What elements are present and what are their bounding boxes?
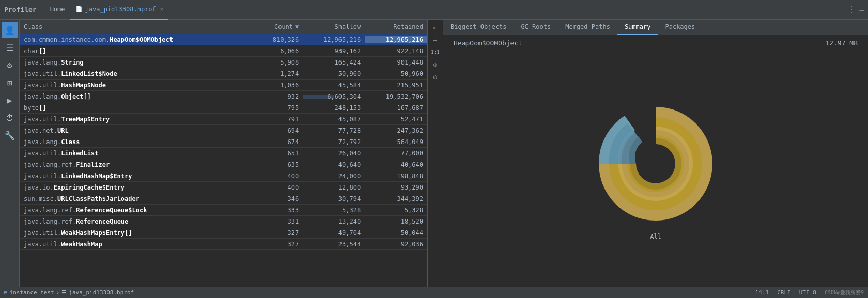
table-row[interactable]: java.util.WeakHashMap32723,54492,036 bbox=[20, 239, 427, 250]
table-row[interactable]: char[]6,066939,162922,148 bbox=[20, 45, 427, 57]
class-bold: ExpiringCache$Entry bbox=[54, 184, 125, 191]
col-header-retained[interactable]: Retained bbox=[365, 23, 427, 30]
cell-shallow: 24,000 bbox=[303, 172, 365, 180]
class-bold: LinkedHashMap$Entry bbox=[61, 172, 132, 180]
sidebar-icon-clock[interactable]: ⏱ bbox=[2, 109, 18, 126]
class-prefix: java.lang.ref. bbox=[24, 218, 76, 225]
table-row[interactable]: java.util.LinkedHashMap$Entry40024,00019… bbox=[20, 170, 427, 182]
h-layout: Class Count ▼ Shallow Retained com.cmmon bbox=[20, 20, 868, 287]
svg-text:All: All bbox=[650, 233, 661, 240]
forward-button[interactable]: → bbox=[430, 34, 441, 45]
col-header-class[interactable]: Class bbox=[20, 23, 246, 30]
class-bold: ReferenceQueue$Lock bbox=[76, 207, 147, 214]
cell-count: 810,326 bbox=[246, 36, 303, 43]
table-row[interactable]: java.util.HashMap$Node1,03645,584215,951 bbox=[20, 80, 427, 91]
col-retained-label: Retained bbox=[393, 23, 423, 30]
cell-shallow: 26,040 bbox=[303, 150, 365, 157]
table-row[interactable]: sun.misc.URLClassPath$JarLoader34630,794… bbox=[20, 193, 427, 205]
col-header-shallow[interactable]: Shallow bbox=[303, 23, 365, 30]
tab-hprof-close[interactable]: ✕ bbox=[160, 6, 163, 12]
cell-shallow: 49,704 bbox=[303, 229, 365, 237]
minimize-icon[interactable]: — bbox=[860, 6, 864, 14]
back-button[interactable]: ← bbox=[430, 22, 441, 33]
table-row[interactable]: java.io.ExpiringCache$Entry40012,80093,2… bbox=[20, 182, 427, 193]
ratio-label: 1:1 bbox=[430, 46, 441, 58]
class-bold: ReferenceQueue bbox=[76, 218, 128, 225]
sidebar-icon-run[interactable]: ▶ bbox=[2, 92, 18, 108]
tab-hprof[interactable]: 📄 java_pid13308.hprof ✕ bbox=[70, 0, 168, 20]
table-row[interactable]: byte[]795248,153167,687 bbox=[20, 102, 427, 114]
breadcrumb-filename: java_pid13308.hprof bbox=[69, 289, 134, 296]
table-row[interactable]: java.lang.String5,908165,424901,448 bbox=[20, 57, 427, 68]
cell-shallow: 12,965,216 bbox=[303, 36, 365, 43]
tab-packages[interactable]: Packages bbox=[658, 20, 702, 35]
class-prefix: java.util. bbox=[24, 241, 61, 248]
class-bold: URL bbox=[57, 127, 69, 134]
app-title: Profiler bbox=[4, 6, 37, 13]
cell-count: 1,036 bbox=[246, 82, 303, 89]
class-prefix: java.lang. bbox=[24, 93, 61, 100]
sidebar-icon-table[interactable]: ☰ bbox=[2, 39, 18, 56]
cell-count: 635 bbox=[246, 161, 303, 168]
class-bold: LinkedList bbox=[61, 150, 98, 157]
cell-shallow: 50,960 bbox=[303, 70, 365, 77]
tab-summary[interactable]: Summary bbox=[617, 20, 658, 35]
line-ending: CRLF bbox=[777, 289, 791, 296]
sidebar-icon-debug[interactable]: 🔧 bbox=[2, 127, 18, 144]
cell-shallow: 248,153 bbox=[303, 104, 365, 112]
table-row[interactable]: java.net.URL69477,728247,362 bbox=[20, 125, 427, 136]
cell-count: 791 bbox=[246, 116, 303, 123]
table-row[interactable]: java.lang.Object[]9326,605,30419,532,706 bbox=[20, 91, 427, 102]
cell-shallow: 23,544 bbox=[303, 241, 365, 248]
class-bold: [] bbox=[39, 104, 46, 112]
cell-shallow: 30,794 bbox=[303, 195, 365, 202]
watermark: CSDN@爱我所爱9 bbox=[825, 289, 864, 296]
sidebar-icon-profiler[interactable]: 👤 bbox=[2, 22, 18, 38]
sidebar-icon-layout[interactable]: ⊞ bbox=[2, 74, 18, 91]
table-row[interactable]: java.lang.ref.ReferenceQueue33113,24018,… bbox=[20, 216, 427, 227]
cell-count: 795 bbox=[246, 104, 303, 112]
chart-container: All bbox=[443, 51, 868, 287]
table-row[interactable]: java.lang.Class67472,792564,049 bbox=[20, 136, 427, 148]
class-bold: TreeMap$Entry bbox=[61, 116, 110, 123]
tab-gc-roots[interactable]: GC Roots bbox=[514, 20, 558, 35]
tab-home[interactable]: Home bbox=[45, 0, 70, 20]
table-row[interactable]: java.lang.ref.Finalizer63540,64040,640 bbox=[20, 159, 427, 170]
cell-retained: 50,044 bbox=[365, 229, 427, 237]
table-row[interactable]: java.util.TreeMap$Entry79145,08752,471 bbox=[20, 114, 427, 125]
right-panel: Biggest Objects GC Roots Merged Paths Su… bbox=[443, 20, 868, 287]
class-prefix: java.util. bbox=[24, 229, 61, 237]
zoom-in-button[interactable]: ⊕ bbox=[430, 59, 441, 70]
class-prefix: char bbox=[24, 48, 39, 55]
col-count-label: Count bbox=[274, 23, 293, 30]
class-prefix: java.net. bbox=[24, 127, 57, 134]
tab-merged-paths-label: Merged Paths bbox=[565, 23, 610, 30]
col-header-count[interactable]: Count ▼ bbox=[246, 23, 303, 30]
cell-shallow: 45,087 bbox=[303, 116, 365, 123]
top-bar: Profiler Home 📄 java_pid13308.hprof ✕ ⋮ … bbox=[0, 0, 868, 20]
cell-shallow: 77,728 bbox=[303, 127, 365, 134]
zoom-out-button[interactable]: ⊖ bbox=[430, 71, 441, 83]
table-row[interactable]: com.cmmon.instance.oom.HeapOom$OOMObject… bbox=[20, 34, 427, 45]
more-options-icon[interactable]: ⋮ bbox=[847, 5, 856, 14]
cell-retained: 12,965,216 bbox=[365, 36, 427, 43]
tab-merged-paths[interactable]: Merged Paths bbox=[558, 20, 617, 35]
class-bold: WeakHashMap$Entry[] bbox=[61, 229, 132, 237]
class-prefix: com.cmmon.instance.oom. bbox=[24, 36, 110, 43]
cell-retained: 93,290 bbox=[365, 184, 427, 191]
class-bold: Finalizer bbox=[76, 161, 110, 168]
table-row[interactable]: java.lang.ref.ReferenceQueue$Lock3335,32… bbox=[20, 205, 427, 216]
svg-point-0 bbox=[641, 149, 670, 178]
cell-shallow: 939,162 bbox=[303, 48, 365, 55]
class-bold: LinkedList$Node bbox=[61, 70, 117, 77]
table-row[interactable]: java.util.LinkedList$Node1,27450,96050,9… bbox=[20, 68, 427, 80]
tab-biggest-objects[interactable]: Biggest Objects bbox=[443, 20, 514, 35]
sidebar-icon-settings[interactable]: ⚙ bbox=[2, 57, 18, 73]
cell-retained: 922,148 bbox=[365, 48, 427, 55]
cell-count: 6,066 bbox=[246, 48, 303, 55]
table-row[interactable]: java.util.WeakHashMap$Entry[]32749,70450… bbox=[20, 227, 427, 239]
cell-count: 333 bbox=[246, 207, 303, 214]
class-prefix: java.io. bbox=[24, 184, 54, 191]
table-body: com.cmmon.instance.oom.HeapOom$OOMObject… bbox=[20, 34, 427, 287]
table-row[interactable]: java.util.LinkedList65126,04077,000 bbox=[20, 148, 427, 159]
